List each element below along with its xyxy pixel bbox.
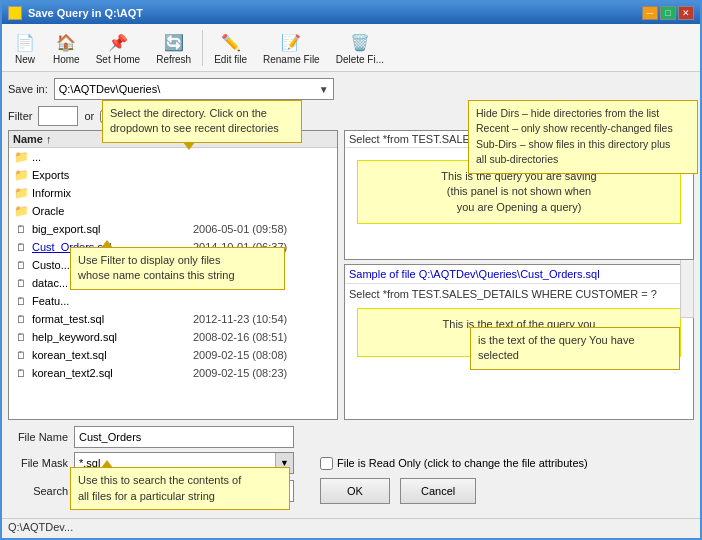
dialog-body: Save in: Q:\AQTDev\Queries\ ▼ Filter or …	[2, 72, 700, 518]
list-item[interactable]: 🗒 big_export.sql 2006-05-01 (09:58)	[9, 220, 337, 238]
window: Save Query in Q:\AQT ─ □ ✕ 📄 New 🏠 Home …	[0, 0, 702, 540]
list-item[interactable]: 📁 ...	[9, 148, 337, 166]
list-item[interactable]: 🗒 help_keyword.sql 2008-02-16 (08:51)	[9, 328, 337, 346]
readonly-checkbox-label[interactable]: File is Read Only (click to change the f…	[320, 457, 588, 470]
toolbar-separator	[202, 30, 203, 66]
status-text: Q:\AQTDev...	[8, 521, 73, 533]
minimize-button[interactable]: ─	[642, 6, 658, 20]
readonly-label: File is Read Only (click to change the f…	[337, 457, 588, 469]
filter-input[interactable]	[38, 106, 78, 126]
cancel-button[interactable]: Cancel	[400, 478, 476, 504]
tooltip-search: Use this to search the contents of all f…	[70, 467, 290, 510]
title-bar: Save Query in Q:\AQT ─ □ ✕	[2, 2, 700, 24]
list-item[interactable]: 🗒 Featu...	[9, 292, 337, 310]
home-icon: 🏠	[54, 30, 78, 54]
tooltip-filter: Use Filter to display only files whose n…	[70, 247, 285, 290]
list-item[interactable]: 📁 Exports	[9, 166, 337, 184]
file-name-input[interactable]	[74, 426, 294, 448]
sql-file-icon: 🗒	[13, 240, 29, 254]
new-button[interactable]: 📄 New	[6, 27, 44, 69]
sql-file-icon: 🗒	[13, 222, 29, 236]
delete-icon: 🗑️	[348, 30, 372, 54]
list-item[interactable]: 🗒 format_test.sql 2012-11-23 (10:54)	[9, 310, 337, 328]
list-item[interactable]: 🗒 korean_text.sql 2009-02-15 (08:08)	[9, 346, 337, 364]
filter-or-label: or	[84, 110, 94, 122]
dialog-buttons: OK Cancel	[320, 478, 476, 504]
file-name-row: File Name	[8, 426, 694, 448]
new-icon: 📄	[13, 30, 37, 54]
rename-file-button[interactable]: 📝 Rename File	[256, 27, 327, 69]
tooltip-arrow-search-icon	[101, 460, 113, 468]
save-in-value: Q:\AQTDev\Queries\	[59, 83, 160, 95]
set-home-button[interactable]: 📌 Set Home	[89, 27, 147, 69]
sql-file-icon: 🗒	[13, 348, 29, 362]
refresh-icon: 🔄	[162, 30, 186, 54]
tooltip-directory: Select the directory. Click on the dropd…	[102, 100, 302, 143]
rename-icon: 📝	[279, 30, 303, 54]
tooltip-top-right: Hide Dirs – hide directories from the li…	[468, 100, 698, 174]
sql-file-icon: 🗒	[13, 294, 29, 308]
tooltip-arrow-up-icon	[101, 240, 113, 248]
save-in-combo[interactable]: Q:\AQTDev\Queries\ ▼	[54, 78, 334, 100]
app-icon	[8, 6, 22, 20]
folder-icon: 📁	[13, 168, 29, 182]
toolbar: 📄 New 🏠 Home 📌 Set Home 🔄 Refresh ✏️ Edi…	[2, 24, 700, 72]
sample-sql: Select *from TEST.SALES_DETAILS WHERE CU…	[349, 288, 689, 300]
file-mask-label: File Mask	[8, 457, 68, 469]
set-home-icon: 📌	[106, 30, 130, 54]
folder-icon: 📁	[13, 186, 29, 200]
sql-file-icon: 🗒	[13, 258, 29, 272]
ok-button[interactable]: OK	[320, 478, 390, 504]
readonly-checkbox[interactable]	[320, 457, 333, 470]
tooltip-query-text: is the text of the query You have select…	[470, 327, 680, 370]
sql-file-icon: 🗒	[13, 276, 29, 290]
edit-file-button[interactable]: ✏️ Edit file	[207, 27, 254, 69]
sql-file-icon: 🗒	[13, 312, 29, 326]
save-in-label: Save in:	[8, 83, 48, 95]
list-item[interactable]: 📁 Oracle	[9, 202, 337, 220]
edit-icon: ✏️	[219, 30, 243, 54]
list-item[interactable]: 📁 Informix	[9, 184, 337, 202]
list-item[interactable]: 🗒 korean_text2.sql 2009-02-15 (08:23)	[9, 364, 337, 382]
file-name-label: File Name	[8, 431, 68, 443]
window-title: Save Query in Q:\AQT	[28, 7, 143, 19]
status-bar: Q:\AQTDev...	[2, 518, 700, 538]
folder-icon: 📁	[13, 204, 29, 218]
sql-file-icon: 🗒	[13, 366, 29, 380]
refresh-button[interactable]: 🔄 Refresh	[149, 27, 198, 69]
home-button[interactable]: 🏠 Home	[46, 27, 87, 69]
filter-label: Filter	[8, 110, 32, 122]
sql-file-icon: 🗒	[13, 330, 29, 344]
search-label: Search	[8, 485, 68, 497]
folder-icon: 📁	[13, 150, 29, 164]
maximize-button[interactable]: □	[660, 6, 676, 20]
sample-header: Sample of file Q:\AQTDev\Queries\Cust_Or…	[345, 265, 693, 284]
tooltip-arrow-icon	[183, 142, 195, 150]
dropdown-arrow-icon: ▼	[319, 84, 329, 95]
delete-file-button[interactable]: 🗑️ Delete Fi...	[329, 27, 391, 69]
save-in-row: Save in: Q:\AQTDev\Queries\ ▼	[8, 78, 694, 100]
close-button[interactable]: ✕	[678, 6, 694, 20]
